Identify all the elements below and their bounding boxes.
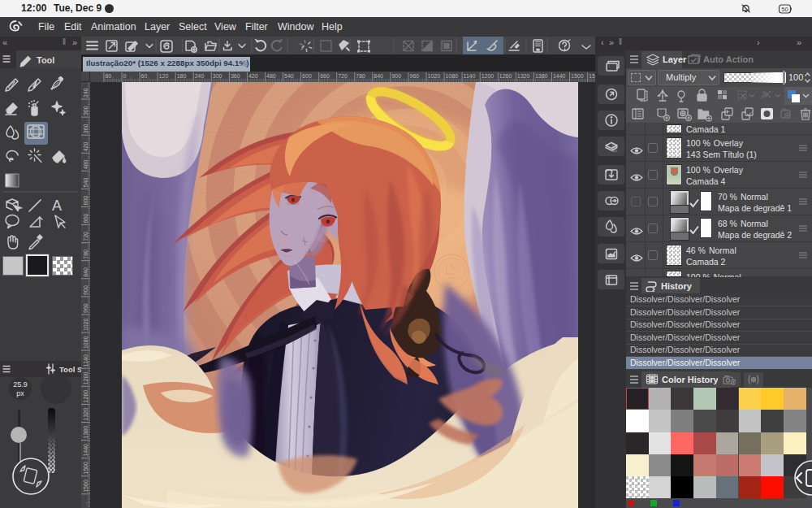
svg-text:1320: 1320 <box>517 73 530 79</box>
svg-text:240: 240 <box>195 73 205 79</box>
svg-text:1080: 1080 <box>83 336 89 349</box>
svg-text:A: A <box>52 198 62 214</box>
svg-text:540: 540 <box>83 178 89 188</box>
svg-text:720: 720 <box>83 232 89 241</box>
svg-text:840: 840 <box>374 73 383 79</box>
svg-text:1140: 1140 <box>83 354 89 367</box>
svg-text:1260: 1260 <box>499 73 512 79</box>
svg-text:960: 960 <box>410 73 420 79</box>
svg-text:1500: 1500 <box>571 73 584 79</box>
svg-text:50: 50 <box>781 6 788 13</box>
svg-text:X□: X□ <box>612 148 617 153</box>
svg-text:780: 780 <box>356 73 365 79</box>
svg-text:840: 840 <box>83 267 89 277</box>
svg-text:720: 720 <box>338 73 348 79</box>
svg-text:1380: 1380 <box>535 73 548 79</box>
svg-text:780: 780 <box>83 250 89 259</box>
svg-text:240: 240 <box>83 88 89 98</box>
svg-text:660: 660 <box>320 73 330 79</box>
svg-text:360: 360 <box>83 124 89 133</box>
svg-text:1020: 1020 <box>428 73 441 79</box>
svg-text:1500: 1500 <box>83 462 89 475</box>
svg-text:1200: 1200 <box>83 372 89 385</box>
svg-text:660: 660 <box>83 214 89 224</box>
svg-text:960: 960 <box>83 303 89 313</box>
svg-text:420: 420 <box>83 142 89 152</box>
svg-text:1200: 1200 <box>482 73 495 79</box>
svg-text:300: 300 <box>83 106 89 115</box>
svg-text:900: 900 <box>391 73 401 79</box>
svg-text:1380: 1380 <box>83 426 89 439</box>
svg-text:1560: 1560 <box>589 73 595 79</box>
svg-text:480: 480 <box>83 160 89 170</box>
svg-text:180: 180 <box>177 73 187 79</box>
svg-text:480: 480 <box>266 73 276 79</box>
svg-text:360: 360 <box>231 73 240 79</box>
svg-text:0: 0 <box>123 73 127 79</box>
svg-text:1080: 1080 <box>446 73 459 79</box>
svg-text:60: 60 <box>141 73 148 79</box>
svg-text:60: 60 <box>105 73 111 79</box>
svg-text:120: 120 <box>159 73 169 79</box>
svg-text:540: 540 <box>284 73 294 79</box>
svg-text:Tool: Tool <box>37 55 54 65</box>
svg-text:1560: 1560 <box>83 480 89 493</box>
svg-text:Tool Slide: Tool Slide <box>59 365 81 374</box>
svg-text:600: 600 <box>302 73 312 79</box>
svg-text:1260: 1260 <box>83 390 89 403</box>
svg-text:1440: 1440 <box>83 444 89 457</box>
svg-text:600: 600 <box>83 196 89 206</box>
svg-text:300: 300 <box>213 73 222 79</box>
svg-text:1440: 1440 <box>553 73 566 79</box>
svg-text:1320: 1320 <box>83 408 89 421</box>
svg-text:900: 900 <box>83 285 89 295</box>
svg-text:420: 420 <box>248 73 258 79</box>
svg-text:1140: 1140 <box>464 73 476 79</box>
svg-text:1020: 1020 <box>83 318 89 331</box>
